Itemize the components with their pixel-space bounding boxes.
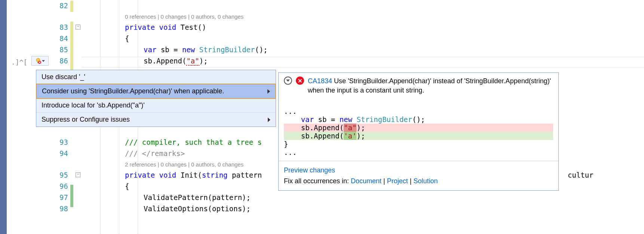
keyword: string bbox=[202, 171, 228, 179]
fix-solution-link[interactable]: Solution bbox=[414, 177, 438, 185]
line-number: 97 bbox=[59, 193, 68, 202]
identifier: sb.Append( bbox=[144, 57, 186, 65]
fix-all-row: Fix all occurrences in: Document | Proje… bbox=[284, 176, 553, 187]
code-line[interactable]: cultur bbox=[568, 171, 644, 182]
string-literal: "a" bbox=[186, 57, 199, 66]
line-number: 84 bbox=[59, 34, 68, 43]
keyword: new bbox=[182, 46, 195, 54]
chevron-right-icon bbox=[267, 89, 270, 94]
fold-toggle[interactable]: − bbox=[76, 172, 80, 177]
code-line[interactable]: ValidatePattern(pattern); bbox=[144, 193, 644, 205]
separator: | bbox=[408, 177, 414, 185]
quick-action-label: Introduce local for 'sb.Append("a")' bbox=[42, 102, 145, 109]
punct: (); bbox=[412, 115, 425, 124]
quick-action-label: Consider using 'StringBuilder.Append(cha… bbox=[42, 87, 224, 95]
brace: } bbox=[284, 140, 288, 148]
diff-preview: ... var sb = new StringBuilder(); sb.App… bbox=[279, 97, 558, 161]
string-literal: "a" bbox=[344, 124, 356, 132]
type: StringBuilder bbox=[195, 46, 255, 54]
quick-action-label: Use discard '_' bbox=[42, 73, 85, 81]
line-number: 94 bbox=[59, 149, 68, 157]
punct: ); bbox=[356, 132, 365, 140]
xml-tag: </remarks> bbox=[142, 149, 185, 157]
statement: ValidatePattern(pattern); bbox=[144, 193, 251, 202]
quick-actions-menu: Use discard '_' Consider using 'StringBu… bbox=[36, 70, 276, 127]
identifier: Test() bbox=[176, 23, 206, 31]
fix-preview-panel: ✕ CA1834 Use 'StringBuilder.Append(char)… bbox=[278, 72, 559, 191]
chevron-right-icon bbox=[268, 118, 270, 122]
left-margin bbox=[0, 0, 7, 234]
line-number: 86 bbox=[59, 57, 68, 65]
change-marker bbox=[70, 1, 73, 12]
preview-changes-link[interactable]: Preview changes bbox=[284, 166, 335, 174]
quick-action-label: Suppress or Configure issues bbox=[42, 116, 130, 124]
fix-project-link[interactable]: Project bbox=[387, 177, 408, 185]
keyword: var bbox=[301, 115, 314, 124]
diff-context: var sb = new StringBuilder(); bbox=[284, 115, 425, 124]
code-line[interactable]: var sb = new StringBuilder(); bbox=[144, 46, 644, 57]
diagnostic-message: CA1834 Use 'StringBuilder.Append(char)' … bbox=[308, 77, 553, 95]
bracket-match-hint: .]^[ bbox=[11, 58, 27, 66]
lightbulb-icon bbox=[35, 58, 41, 64]
comment: /// compiler, such that a tree s bbox=[125, 138, 262, 146]
identifier: cultur bbox=[568, 171, 594, 179]
quick-action-introduce-local[interactable]: Introduce local for 'sb.Append("a")' bbox=[36, 99, 276, 112]
keyword: private bbox=[125, 171, 155, 179]
keyword: private bbox=[125, 23, 155, 31]
keyword: var bbox=[144, 46, 156, 54]
rule-id-link[interactable]: CA1834 bbox=[308, 77, 332, 85]
identifier: Init( bbox=[176, 171, 202, 179]
change-marker bbox=[70, 185, 73, 207]
line-number: 83 bbox=[59, 23, 68, 31]
line-number: 95 bbox=[59, 171, 68, 179]
diagnostic-text: Use 'StringBuilder.Append(char)' instead… bbox=[308, 77, 551, 94]
keyword: void bbox=[155, 171, 176, 179]
code-line[interactable]: ValidateOptions(options); bbox=[144, 205, 644, 216]
code-line[interactable]: sb.Append("a"); bbox=[144, 57, 644, 68]
code-line[interactable]: private void Test() bbox=[125, 23, 644, 34]
chevron-down-icon bbox=[42, 60, 45, 62]
keyword: void bbox=[155, 23, 176, 31]
punct: (); bbox=[255, 46, 267, 54]
keyword: new bbox=[340, 115, 352, 124]
brace: { bbox=[125, 182, 129, 190]
diff-added-line: sb.Append('a'); bbox=[284, 132, 553, 140]
line-number: 96 bbox=[59, 182, 68, 190]
fix-all-label: Fix all occurrences in: bbox=[284, 177, 351, 185]
preview-header: ✕ CA1834 Use 'StringBuilder.Append(char)… bbox=[279, 73, 558, 97]
fix-document-link[interactable]: Document bbox=[351, 177, 381, 185]
line-number: 85 bbox=[59, 46, 68, 54]
statement: ValidateOptions(options); bbox=[144, 205, 251, 213]
type: StringBuilder bbox=[352, 115, 412, 124]
char-literal: 'a' bbox=[344, 132, 356, 140]
identifier: pattern bbox=[228, 171, 262, 179]
diff-removed-line: sb.Append("a"); bbox=[284, 124, 553, 132]
error-icon: ✕ bbox=[296, 77, 304, 85]
identifier: sb = bbox=[156, 46, 182, 54]
quick-action-append-char[interactable]: Consider using 'StringBuilder.Append(cha… bbox=[36, 84, 276, 99]
identifier: sb = bbox=[314, 115, 340, 124]
change-marker bbox=[70, 22, 73, 70]
code-line[interactable]: { bbox=[125, 34, 644, 46]
fold-toggle[interactable]: − bbox=[76, 25, 80, 29]
preview-footer: Preview changes Fix all occurrences in: … bbox=[279, 161, 558, 190]
comment-slashes: /// bbox=[125, 149, 142, 157]
quick-action-suppress-configure[interactable]: Suppress or Configure issues bbox=[36, 112, 276, 127]
ellipsis: ... bbox=[284, 107, 297, 115]
punct: ); bbox=[356, 124, 365, 132]
separator: | bbox=[381, 177, 387, 185]
code: sb.Append( bbox=[284, 132, 344, 140]
ellipsis: ... bbox=[284, 148, 297, 156]
quick-actions-lightbulb[interactable] bbox=[31, 56, 49, 66]
line-number: 98 bbox=[59, 205, 68, 213]
collapse-toggle[interactable] bbox=[284, 77, 292, 85]
line-number: 82 bbox=[59, 1, 68, 10]
line-number: 93 bbox=[59, 138, 68, 146]
quick-action-use-discard[interactable]: Use discard '_' bbox=[36, 70, 276, 84]
punct: ); bbox=[199, 57, 208, 65]
brace: { bbox=[125, 34, 129, 43]
code-editor[interactable]: .]^[ 82 83 84 85 86 93 94 95 96 97 98 − … bbox=[7, 0, 644, 234]
code: sb.Append( bbox=[284, 124, 344, 132]
